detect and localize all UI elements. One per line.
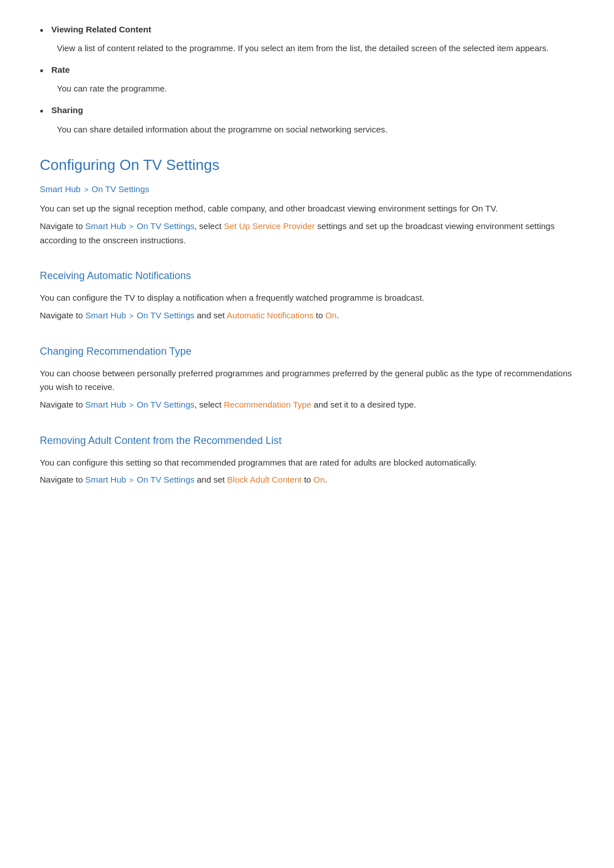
- notif-suffix: .: [337, 310, 339, 320]
- notifications-desc1: You can configure the TV to display a no…: [40, 291, 574, 305]
- recommendation-heading: Changing Recommendation Type: [40, 343, 574, 360]
- configuring-link-setup[interactable]: Set Up Service Provider: [224, 221, 315, 231]
- rec-link-rectype[interactable]: Recommendation Type: [224, 400, 312, 409]
- rec-link-ontvset[interactable]: On TV Settings: [137, 400, 194, 409]
- bullet-dot-rate: •: [40, 64, 43, 78]
- adult-heading: Removing Adult Content from the Recommen…: [40, 433, 574, 449]
- bullet-label-sharing: Sharing: [51, 103, 83, 117]
- notif-link-smarthub[interactable]: Smart Hub: [85, 310, 126, 320]
- notif-chevron: >: [127, 312, 136, 320]
- adult-desc2: Navigate to Smart Hub > On TV Settings a…: [40, 473, 574, 487]
- configuring-link-ontvset[interactable]: On TV Settings: [137, 221, 194, 231]
- rec-prefix: Navigate to: [40, 400, 85, 409]
- bullet-desc-sharing: You can share detailed information about…: [57, 123, 574, 136]
- configuring-desc1: You can set up the signal reception meth…: [40, 202, 574, 216]
- rec-mid: , select: [194, 400, 224, 409]
- adult-mid: and set: [194, 475, 227, 484]
- recommendation-desc2: Navigate to Smart Hub > On TV Settings, …: [40, 398, 574, 412]
- notif-link-ontvset[interactable]: On TV Settings: [137, 310, 194, 320]
- bullet-item-viewing: • Viewing Related Content: [40, 23, 574, 38]
- adult-chevron: >: [127, 476, 136, 484]
- rec-chevron: >: [127, 401, 136, 409]
- adult-link-block[interactable]: Block Adult Content: [227, 475, 302, 484]
- configuring-nav-prefix: Navigate to: [40, 221, 85, 231]
- bullet-label-rate: Rate: [51, 63, 70, 77]
- configuring-nav-mid: , select: [194, 221, 224, 231]
- configuring-heading: Configuring On TV Settings: [40, 153, 574, 177]
- configuring-nav-chevron: >: [127, 222, 136, 231]
- adult-desc1: You can configure this setting so that r…: [40, 456, 574, 470]
- adult-section: Removing Adult Content from the Recommen…: [40, 433, 574, 487]
- recommendation-section: Changing Recommendation Type You can cho…: [40, 343, 574, 412]
- rec-link-smarthub[interactable]: Smart Hub: [85, 400, 126, 409]
- notif-link-on[interactable]: On: [325, 310, 337, 320]
- breadcrumb-smarthub[interactable]: Smart Hub: [40, 184, 81, 194]
- notifications-section: Receiving Automatic Notifications You ca…: [40, 268, 574, 322]
- adult-link-on[interactable]: On: [313, 475, 325, 484]
- bullet-list: • Viewing Related Content View a list of…: [40, 23, 574, 136]
- bullet-label-viewing: Viewing Related Content: [51, 23, 151, 36]
- configuring-section: Configuring On TV Settings Smart Hub > O…: [40, 153, 574, 248]
- breadcrumb: Smart Hub > On TV Settings: [40, 182, 574, 196]
- notif-mid2: to: [313, 310, 325, 320]
- notifications-heading: Receiving Automatic Notifications: [40, 268, 574, 284]
- bullet-desc-viewing: View a list of content related to the pr…: [57, 41, 574, 55]
- adult-mid2: to: [302, 475, 314, 484]
- bullet-desc-rate: You can rate the programme.: [57, 82, 574, 95]
- breadcrumb-chevron: >: [84, 185, 90, 194]
- adult-link-smarthub[interactable]: Smart Hub: [85, 475, 126, 484]
- adult-suffix: .: [325, 475, 327, 484]
- notif-link-autonotif[interactable]: Automatic Notifications: [227, 310, 314, 320]
- notif-prefix: Navigate to: [40, 310, 85, 320]
- adult-prefix: Navigate to: [40, 475, 85, 484]
- bullet-dot-sharing: •: [40, 105, 43, 119]
- recommendation-desc1: You can choose between personally prefer…: [40, 367, 574, 395]
- bullet-item-rate: • Rate: [40, 63, 574, 78]
- configuring-link-smarthub[interactable]: Smart Hub: [85, 221, 126, 231]
- bullet-item-sharing: • Sharing: [40, 103, 574, 119]
- adult-link-ontvset[interactable]: On TV Settings: [137, 475, 194, 484]
- bullet-dot-viewing: •: [40, 24, 43, 38]
- breadcrumb-ontvset[interactable]: On TV Settings: [92, 184, 149, 194]
- notifications-desc2: Navigate to Smart Hub > On TV Settings a…: [40, 309, 574, 323]
- notif-mid: and set: [194, 310, 227, 320]
- rec-suffix: and set it to a desired type.: [312, 400, 416, 409]
- configuring-desc2: Navigate to Smart Hub > On TV Settings, …: [40, 219, 574, 248]
